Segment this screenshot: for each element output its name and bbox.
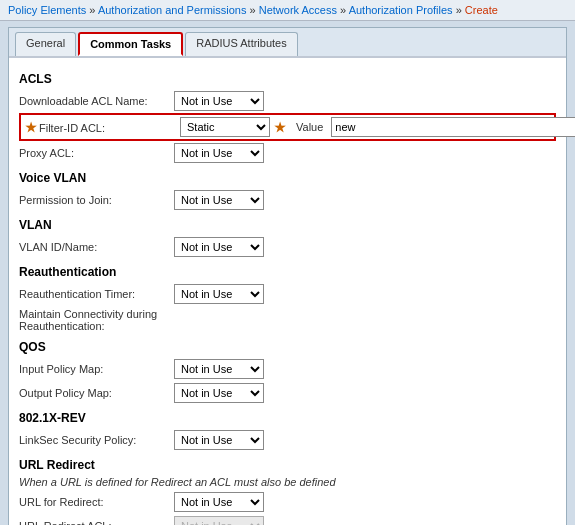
- output-policy-select[interactable]: Not in Use Static Dynamic: [174, 383, 264, 403]
- linksec-policy-row: LinkSec Security Policy: Not in Use Stat…: [19, 428, 556, 452]
- tab-radius-attributes[interactable]: RADIUS Attributes: [185, 32, 297, 56]
- vlan-id-name-control: Not in Use Static Dynamic: [174, 237, 264, 257]
- reauth-header: Reauthentication: [19, 265, 556, 279]
- tab-content: ACLS Downloadable ACL Name: Not in Use S…: [9, 58, 566, 525]
- input-policy-control: Not in Use Static Dynamic: [174, 359, 264, 379]
- main-panel: General Common Tasks RADIUS Attributes A…: [8, 27, 567, 525]
- downloadable-acl-control: Not in Use Static Dynamic: [174, 91, 264, 111]
- proxy-acl-label: Proxy ACL:: [19, 147, 174, 159]
- permission-to-join-control: Not in Use Yes No: [174, 190, 264, 210]
- voice-vlan-header: Voice VLAN: [19, 171, 556, 185]
- vlan-id-name-label: VLAN ID/Name:: [19, 241, 174, 253]
- vlan-header: VLAN: [19, 218, 556, 232]
- filter-id-acl-select[interactable]: Not in Use Static Dynamic: [180, 117, 270, 137]
- url-redirect-info: When a URL is defined for Redirect an AC…: [19, 475, 556, 490]
- filter-id-value-icon: ★: [274, 120, 286, 135]
- breadcrumb-policy-elements[interactable]: Policy Elements: [8, 4, 86, 16]
- input-policy-label: Input Policy Map:: [19, 363, 174, 375]
- url-for-redirect-control: Not in Use Static Dynamic: [174, 492, 264, 512]
- filter-id-acl-row: ★Filter-ID ACL: Not in Use Static Dynami…: [19, 113, 556, 141]
- url-for-redirect-row: URL for Redirect: Not in Use Static Dyna…: [19, 490, 556, 514]
- acls-header: ACLS: [19, 72, 556, 86]
- filter-id-acl-label: ★Filter-ID ACL:: [25, 120, 180, 135]
- downloadable-acl-select[interactable]: Not in Use Static Dynamic: [174, 91, 264, 111]
- breadcrumb-auth-permissions[interactable]: Authorization and Permissions: [98, 4, 247, 16]
- tab-common-tasks[interactable]: Common Tasks: [78, 32, 183, 56]
- url-for-redirect-label: URL for Redirect:: [19, 496, 174, 508]
- downloadable-acl-label: Downloadable ACL Name:: [19, 95, 174, 107]
- filter-id-value-input[interactable]: [331, 117, 575, 137]
- qos-header: QOS: [19, 340, 556, 354]
- url-redirect-acl-control: Not in Use Static Dynamic: [174, 516, 264, 525]
- permission-to-join-select[interactable]: Not in Use Yes No: [174, 190, 264, 210]
- proxy-acl-row: Proxy ACL: Not in Use Static Dynamic: [19, 141, 556, 165]
- permission-to-join-row: Permission to Join: Not in Use Yes No: [19, 188, 556, 212]
- required-icon: ★: [25, 120, 37, 135]
- tab-general[interactable]: General: [15, 32, 76, 56]
- filter-id-value-label: Value: [296, 121, 323, 133]
- url-redirect-header: URL Redirect: [19, 458, 556, 472]
- maintain-connectivity-label: Maintain Connectivity during Reauthentic…: [19, 308, 174, 332]
- reauth-timer-row: Reauthentication Timer: Not in Use Stati…: [19, 282, 556, 306]
- dot1x-rev-header: 802.1X-REV: [19, 411, 556, 425]
- input-policy-select[interactable]: Not in Use Static Dynamic: [174, 359, 264, 379]
- breadcrumb-auth-profiles[interactable]: Authorization Profiles: [349, 4, 453, 16]
- url-redirect-acl-select[interactable]: Not in Use Static Dynamic: [174, 516, 264, 525]
- tab-bar: General Common Tasks RADIUS Attributes: [9, 28, 566, 58]
- vlan-id-name-select[interactable]: Not in Use Static Dynamic: [174, 237, 264, 257]
- reauth-timer-label: Reauthentication Timer:: [19, 288, 174, 300]
- linksec-policy-select[interactable]: Not in Use Static Dynamic: [174, 430, 264, 450]
- url-for-redirect-select[interactable]: Not in Use Static Dynamic: [174, 492, 264, 512]
- reauth-timer-control: Not in Use Static Dynamic: [174, 284, 264, 304]
- url-redirect-acl-label: URL Redirect ACL:: [19, 520, 174, 525]
- filter-id-acl-control: Not in Use Static Dynamic ★ Value: [180, 117, 575, 137]
- breadcrumb: Policy Elements » Authorization and Perm…: [0, 0, 575, 21]
- vlan-id-name-row: VLAN ID/Name: Not in Use Static Dynamic: [19, 235, 556, 259]
- proxy-acl-control: Not in Use Static Dynamic: [174, 143, 264, 163]
- linksec-policy-control: Not in Use Static Dynamic: [174, 430, 264, 450]
- proxy-acl-select[interactable]: Not in Use Static Dynamic: [174, 143, 264, 163]
- output-policy-control: Not in Use Static Dynamic: [174, 383, 264, 403]
- permission-to-join-label: Permission to Join:: [19, 194, 174, 206]
- downloadable-acl-row: Downloadable ACL Name: Not in Use Static…: [19, 89, 556, 113]
- breadcrumb-create: Create: [465, 4, 498, 16]
- output-policy-row: Output Policy Map: Not in Use Static Dyn…: [19, 381, 556, 405]
- output-policy-label: Output Policy Map:: [19, 387, 174, 399]
- url-redirect-acl-row: URL Redirect ACL: Not in Use Static Dyna…: [19, 514, 556, 525]
- input-policy-row: Input Policy Map: Not in Use Static Dyna…: [19, 357, 556, 381]
- linksec-policy-label: LinkSec Security Policy:: [19, 434, 174, 446]
- reauth-timer-select[interactable]: Not in Use Static Dynamic: [174, 284, 264, 304]
- breadcrumb-network-access[interactable]: Network Access: [259, 4, 337, 16]
- maintain-connectivity-row: Maintain Connectivity during Reauthentic…: [19, 306, 556, 334]
